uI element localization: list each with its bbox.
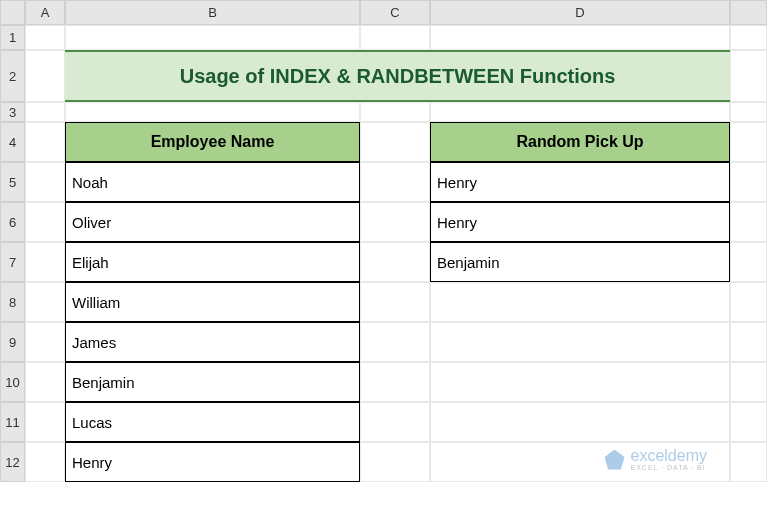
row-header-11[interactable]: 11 bbox=[0, 402, 25, 442]
cell-E12[interactable] bbox=[730, 442, 767, 482]
employee-cell[interactable]: Henry bbox=[65, 442, 360, 482]
cell-E3[interactable] bbox=[730, 102, 767, 122]
cell-B1[interactable] bbox=[65, 25, 360, 50]
cell-B3[interactable] bbox=[65, 102, 360, 122]
col-header-blank[interactable] bbox=[730, 0, 767, 25]
cell-C1[interactable] bbox=[360, 25, 430, 50]
cell-E2[interactable] bbox=[730, 50, 767, 102]
row-header-12[interactable]: 12 bbox=[0, 442, 25, 482]
cell-A11[interactable] bbox=[25, 402, 65, 442]
cell-D10[interactable] bbox=[430, 362, 730, 402]
cell-A5[interactable] bbox=[25, 162, 65, 202]
col-header-A[interactable]: A bbox=[25, 0, 65, 25]
row-header-3[interactable]: 3 bbox=[0, 102, 25, 122]
cell-C8[interactable] bbox=[360, 282, 430, 322]
cell-E8[interactable] bbox=[730, 282, 767, 322]
cell-D8[interactable] bbox=[430, 282, 730, 322]
cell-D9[interactable] bbox=[430, 322, 730, 362]
row-header-5[interactable]: 5 bbox=[0, 162, 25, 202]
row-header-7[interactable]: 7 bbox=[0, 242, 25, 282]
employee-header[interactable]: Employee Name bbox=[65, 122, 360, 162]
row-header-1[interactable]: 1 bbox=[0, 25, 25, 50]
random-cell[interactable]: Benjamin bbox=[430, 242, 730, 282]
cell-A6[interactable] bbox=[25, 202, 65, 242]
row-header-10[interactable]: 10 bbox=[0, 362, 25, 402]
col-header-D[interactable]: D bbox=[430, 0, 730, 25]
cell-A1[interactable] bbox=[25, 25, 65, 50]
cell-E10[interactable] bbox=[730, 362, 767, 402]
cell-C4[interactable] bbox=[360, 122, 430, 162]
random-cell[interactable]: Henry bbox=[430, 202, 730, 242]
col-header-B[interactable]: B bbox=[65, 0, 360, 25]
corner-cell[interactable] bbox=[0, 0, 25, 25]
cell-E1[interactable] bbox=[730, 25, 767, 50]
cell-C12[interactable] bbox=[360, 442, 430, 482]
cell-A9[interactable] bbox=[25, 322, 65, 362]
watermark-text: exceldemy EXCEL · DATA · BI bbox=[631, 448, 707, 471]
cell-E11[interactable] bbox=[730, 402, 767, 442]
row-header-9[interactable]: 9 bbox=[0, 322, 25, 362]
employee-cell[interactable]: Benjamin bbox=[65, 362, 360, 402]
cell-E9[interactable] bbox=[730, 322, 767, 362]
cell-D1[interactable] bbox=[430, 25, 730, 50]
cell-E6[interactable] bbox=[730, 202, 767, 242]
spreadsheet-grid: A B C D 1 2 Usage of INDEX & RANDBETWEEN… bbox=[0, 0, 767, 482]
watermark: exceldemy EXCEL · DATA · BI bbox=[605, 448, 707, 471]
employee-cell[interactable]: Oliver bbox=[65, 202, 360, 242]
cell-A4[interactable] bbox=[25, 122, 65, 162]
row-header-4[interactable]: 4 bbox=[0, 122, 25, 162]
cell-C10[interactable] bbox=[360, 362, 430, 402]
employee-cell[interactable]: James bbox=[65, 322, 360, 362]
employee-cell[interactable]: Lucas bbox=[65, 402, 360, 442]
watermark-brand: exceldemy bbox=[631, 448, 707, 464]
cell-A7[interactable] bbox=[25, 242, 65, 282]
cell-E4[interactable] bbox=[730, 122, 767, 162]
employee-cell[interactable]: Noah bbox=[65, 162, 360, 202]
cell-C6[interactable] bbox=[360, 202, 430, 242]
exceldemy-logo-icon bbox=[605, 450, 625, 470]
cell-A10[interactable] bbox=[25, 362, 65, 402]
cell-A2[interactable] bbox=[25, 50, 65, 102]
cell-C7[interactable] bbox=[360, 242, 430, 282]
watermark-sub: EXCEL · DATA · BI bbox=[631, 464, 707, 471]
cell-E5[interactable] bbox=[730, 162, 767, 202]
cell-A8[interactable] bbox=[25, 282, 65, 322]
cell-E7[interactable] bbox=[730, 242, 767, 282]
cell-C11[interactable] bbox=[360, 402, 430, 442]
employee-cell[interactable]: William bbox=[65, 282, 360, 322]
row-header-6[interactable]: 6 bbox=[0, 202, 25, 242]
random-cell[interactable]: Henry bbox=[430, 162, 730, 202]
cell-D3[interactable] bbox=[430, 102, 730, 122]
cell-C5[interactable] bbox=[360, 162, 430, 202]
cell-D11[interactable] bbox=[430, 402, 730, 442]
row-header-2[interactable]: 2 bbox=[0, 50, 25, 102]
cell-A12[interactable] bbox=[25, 442, 65, 482]
title-cell[interactable]: Usage of INDEX & RANDBETWEEN Functions bbox=[65, 50, 730, 102]
employee-cell[interactable]: Elijah bbox=[65, 242, 360, 282]
row-header-8[interactable]: 8 bbox=[0, 282, 25, 322]
cell-C9[interactable] bbox=[360, 322, 430, 362]
cell-C3[interactable] bbox=[360, 102, 430, 122]
random-header[interactable]: Random Pick Up bbox=[430, 122, 730, 162]
cell-A3[interactable] bbox=[25, 102, 65, 122]
col-header-C[interactable]: C bbox=[360, 0, 430, 25]
